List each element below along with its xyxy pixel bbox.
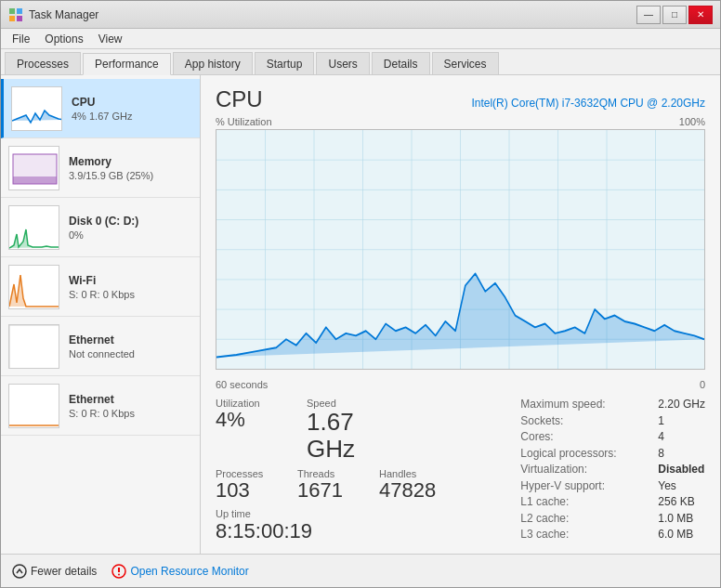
threads-stat: Threads 1671 bbox=[297, 468, 372, 502]
virt-label: Virtualization: bbox=[520, 463, 650, 477]
hyperv-label: Hyper-V support: bbox=[520, 479, 650, 494]
panel-subtitle: Intel(R) Core(TM) i7-3632QM CPU @ 2.20GH… bbox=[471, 97, 705, 110]
wifi-mini-graph bbox=[8, 265, 59, 309]
sidebar-item-ethernet2[interactable]: Ethernet S: 0 R: 0 Kbps bbox=[1, 376, 200, 436]
fewer-details-label: Fewer details bbox=[31, 565, 97, 578]
footer: Fewer details Open Resource Monitor bbox=[1, 554, 720, 587]
fewer-details-button[interactable]: Fewer details bbox=[12, 564, 97, 579]
uptime-label: Up time bbox=[216, 508, 251, 519]
sidebar-item-memory[interactable]: Memory 3.9/15.9 GB (25%) bbox=[1, 138, 200, 198]
disk-mini-graph bbox=[8, 205, 59, 250]
memory-sidebar-value: 3.9/15.9 GB (25%) bbox=[69, 170, 153, 181]
handles-label: Handles bbox=[379, 468, 453, 479]
handles-stat: Handles 47828 bbox=[379, 468, 453, 502]
l2-value: 1.0 MB bbox=[658, 512, 705, 527]
tab-services[interactable]: Services bbox=[432, 52, 499, 74]
processes-stat: Processes 103 bbox=[216, 468, 290, 502]
speed-value: 1.67 GHz bbox=[307, 409, 390, 462]
ethernet2-sidebar-value: S: 0 R: 0 Kbps bbox=[69, 408, 135, 419]
close-button[interactable]: ✕ bbox=[688, 6, 713, 24]
open-resource-monitor-button[interactable]: Open Resource Monitor bbox=[111, 564, 248, 579]
open-monitor-label: Open Resource Monitor bbox=[130, 565, 248, 578]
l1-label: L1 cache: bbox=[520, 495, 650, 510]
l3-label: L3 cache: bbox=[520, 528, 650, 542]
svg-point-30 bbox=[118, 573, 120, 575]
cores-value: 4 bbox=[658, 430, 705, 445]
svg-rect-6 bbox=[13, 176, 57, 184]
wifi-sidebar-title: Wi-Fi bbox=[69, 274, 135, 287]
logical-label: Logical processors: bbox=[520, 447, 650, 462]
menu-options[interactable]: Options bbox=[37, 31, 90, 47]
sockets-value: 1 bbox=[658, 414, 705, 429]
sidebar: CPU 4% 1.67 GHz Memory 3.9/15.9 GB (25%) bbox=[1, 75, 201, 554]
handles-value: 47828 bbox=[379, 479, 453, 502]
wifi-sidebar-info: Wi-Fi S: 0 R: 0 Kbps bbox=[69, 274, 135, 300]
main-panel: CPU Intel(R) Core(TM) i7-3632QM CPU @ 2.… bbox=[201, 75, 720, 554]
chart-label-top: % Utilization 100% bbox=[216, 116, 705, 127]
sidebar-item-cpu[interactable]: CPU 4% 1.67 GHz bbox=[1, 79, 200, 138]
sidebar-item-disk[interactable]: Disk 0 (C: D:) 0% bbox=[1, 198, 200, 257]
tab-users[interactable]: Users bbox=[316, 52, 369, 74]
uptime-stat: Up time 8:15:00:19 bbox=[216, 507, 520, 542]
utilization-stat: Utilization 4% bbox=[216, 398, 299, 462]
svg-rect-0 bbox=[9, 8, 15, 14]
cpu-sidebar-title: CPU bbox=[72, 96, 132, 109]
memory-sidebar-title: Memory bbox=[69, 155, 153, 168]
memory-mini-graph bbox=[8, 146, 59, 190]
threads-value: 1671 bbox=[297, 479, 372, 502]
ethernet2-sidebar-info: Ethernet S: 0 R: 0 Kbps bbox=[69, 393, 135, 419]
tab-performance[interactable]: Performance bbox=[83, 53, 171, 75]
x-axis-left: 60 seconds bbox=[216, 379, 268, 390]
disk-sidebar-title: Disk 0 (C: D:) bbox=[69, 215, 138, 228]
menu-view[interactable]: View bbox=[91, 31, 130, 47]
tab-details[interactable]: Details bbox=[372, 52, 430, 74]
sidebar-item-wifi[interactable]: Wi-Fi S: 0 R: 0 Kbps bbox=[1, 257, 200, 317]
monitor-icon bbox=[111, 564, 126, 579]
virt-value: Disabled bbox=[658, 463, 705, 477]
l2-label: L2 cache: bbox=[520, 512, 650, 527]
main-window: Task Manager — □ ✕ File Options View Pro… bbox=[0, 0, 721, 588]
ethernet1-mini-graph bbox=[8, 324, 59, 369]
processes-value: 103 bbox=[216, 479, 290, 502]
left-stats: Utilization 4% Speed 1.67 GHz Processes … bbox=[216, 398, 520, 542]
uptime-value: 8:15:00:19 bbox=[216, 519, 312, 542]
maximize-button[interactable]: □ bbox=[662, 6, 687, 24]
disk-sidebar-value: 0% bbox=[69, 229, 138, 241]
l3-value: 6.0 MB bbox=[658, 528, 705, 542]
stats-row: Utilization 4% Speed 1.67 GHz Processes … bbox=[216, 398, 705, 542]
tabs-bar: Processes Performance App history Startu… bbox=[1, 49, 720, 75]
utilization-value: 4% bbox=[216, 409, 299, 431]
cores-label: Cores: bbox=[520, 430, 650, 445]
tab-startup[interactable]: Startup bbox=[255, 52, 315, 74]
svg-rect-2 bbox=[9, 16, 15, 21]
window-title: Task Manager bbox=[29, 8, 98, 21]
minimize-button[interactable]: — bbox=[636, 6, 661, 24]
ethernet1-sidebar-info: Ethernet Not connected bbox=[69, 333, 135, 359]
l1-value: 256 KB bbox=[658, 495, 705, 510]
max-speed-label: Maximum speed: bbox=[520, 398, 650, 412]
ethernet1-sidebar-value: Not connected bbox=[69, 348, 135, 359]
sidebar-item-ethernet1[interactable]: Ethernet Not connected bbox=[1, 317, 200, 376]
title-bar-left: Task Manager bbox=[8, 7, 98, 22]
ethernet1-sidebar-title: Ethernet bbox=[69, 333, 135, 346]
ethernet2-sidebar-title: Ethernet bbox=[69, 393, 135, 406]
wifi-sidebar-value: S: 0 R: 0 Kbps bbox=[69, 289, 135, 300]
cpu-sidebar-value: 4% 1.67 GHz bbox=[72, 111, 132, 122]
panel-header: CPU Intel(R) Core(TM) i7-3632QM CPU @ 2.… bbox=[216, 86, 705, 112]
title-buttons: — □ ✕ bbox=[636, 6, 713, 24]
svg-rect-9 bbox=[9, 325, 59, 369]
memory-sidebar-info: Memory 3.9/15.9 GB (25%) bbox=[69, 155, 153, 181]
processes-label: Processes bbox=[216, 468, 290, 479]
cpu-sidebar-info: CPU 4% 1.67 GHz bbox=[72, 96, 132, 122]
svg-point-27 bbox=[13, 565, 26, 578]
threads-label: Threads bbox=[297, 468, 372, 479]
panel-title: CPU bbox=[216, 86, 263, 112]
tab-app-history[interactable]: App history bbox=[173, 52, 253, 74]
max-speed-value: 2.20 GHz bbox=[658, 398, 705, 412]
svg-rect-10 bbox=[9, 385, 59, 428]
right-stats: Maximum speed: 2.20 GHz Sockets: 1 Cores… bbox=[520, 398, 705, 542]
chevron-up-icon bbox=[12, 564, 27, 579]
x-axis-right: 0 bbox=[700, 379, 705, 390]
menu-file[interactable]: File bbox=[5, 31, 37, 47]
tab-processes[interactable]: Processes bbox=[5, 52, 81, 74]
